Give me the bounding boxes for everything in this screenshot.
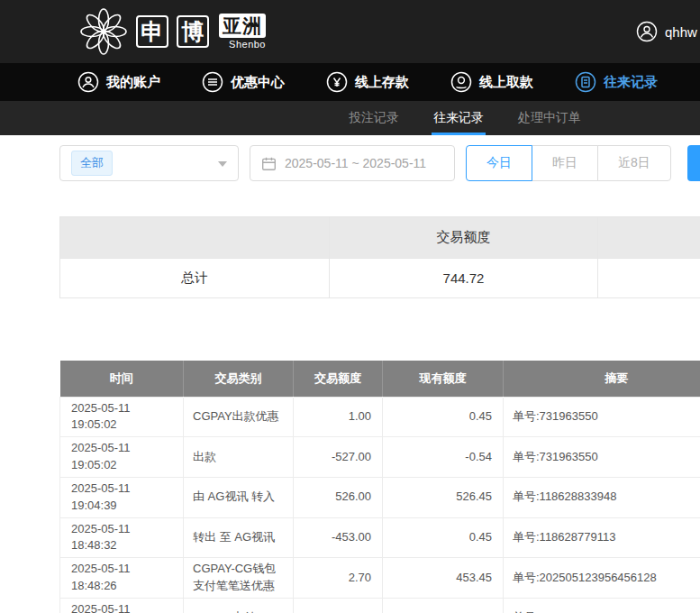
chevron-down-icon (218, 161, 227, 167)
coin-withdraw-icon (450, 71, 472, 93)
type-cell: CGPAY支付 (184, 598, 294, 613)
calendar-icon (261, 156, 277, 171)
coin-stack-icon (202, 71, 223, 93)
summary-total-label: 总计 (60, 259, 330, 298)
nav-item-label: 优惠中心 (231, 74, 285, 91)
summary-total-row: 总计 744.72 (60, 259, 700, 298)
person-icon (77, 71, 99, 93)
column-header-summary: 摘要 (504, 361, 700, 397)
table-row: 2025-05-11 18:48:26 CGPAY-CG钱包支付笔笔送优惠 2.… (60, 558, 700, 599)
amount-cell: -453.00 (294, 517, 383, 558)
tab-transaction-records[interactable]: 往来记录 (432, 101, 486, 135)
nav-item-label: 线上取款 (479, 74, 533, 91)
type-cell: CGPAY-CG钱包支付笔笔送优惠 (184, 558, 294, 599)
nav-item-label: 我的账户 (106, 74, 160, 91)
table-row: 2025-05-11 19:05:02 出款 -527.00 -0.54 单号:… (60, 437, 700, 478)
summary-header-row: 交易额度 (60, 217, 700, 259)
table-row: 2025-05-11 18:48:32 转出 至 AG视讯 -453.00 0.… (60, 517, 700, 558)
summary-cell: 单号:731963550 (504, 397, 700, 437)
page: 申 博 亚洲 Shenbo qhhw 我的账户 (0, 0, 700, 613)
document-icon (575, 71, 596, 93)
summary-table: 交易额度 总计 744.72 (59, 216, 700, 298)
time-cell: 2025-05-11 19:04:39 (60, 477, 184, 517)
nav-item-promotions[interactable]: 优惠中心 (202, 71, 285, 93)
type-select[interactable]: 全部 (59, 145, 239, 181)
tab-label: 投注记录 (349, 110, 399, 126)
summary-cell: 单号:731963550 (504, 437, 700, 478)
coin-deposit-icon (326, 71, 348, 93)
summary-cell: 单号:118628833948 (504, 477, 700, 517)
quick-date-group: 今日 昨日 近8日 (466, 145, 671, 181)
brand-char-shen: 申 (136, 15, 168, 48)
yesterday-button[interactable]: 昨日 (532, 145, 598, 181)
top-bar: 申 博 亚洲 Shenbo qhhw (0, 0, 700, 63)
balance-cell: 0.45 (383, 517, 504, 558)
nav-item-my-account[interactable]: 我的账户 (77, 71, 160, 93)
column-header-type: 交易类别 (184, 361, 294, 397)
summary-blank-cell (598, 259, 700, 298)
summary-total-value: 744.72 (330, 259, 598, 298)
time-cell: 2025-05-11 18:48:26 (60, 558, 184, 599)
brand-subtitle: Shenbo (229, 39, 266, 50)
today-button[interactable]: 今日 (466, 145, 532, 181)
summary-cell: 单号:118628779113 (504, 517, 700, 558)
tab-label: 处理中订单 (518, 110, 581, 126)
nav-item-deposit[interactable]: 线上存款 (326, 71, 409, 93)
nav-item-withdraw[interactable]: 线上取款 (450, 71, 533, 93)
brand-logo[interactable]: 申 博 亚洲 Shenbo (79, 7, 266, 56)
summary-header-blank (60, 217, 330, 259)
main-nav: 我的账户 优惠中心 线上存款 线上取款 (0, 63, 700, 101)
summary-header-amount: 交易额度 (330, 217, 598, 259)
time-cell: 2025-05-11 18:48:26 (60, 598, 184, 613)
time-cell: 2025-05-11 18:48:32 (60, 517, 184, 558)
table-row: 2025-05-11 19:05:02 CGPAY出款优惠 1.00 0.45 … (60, 397, 700, 437)
sub-nav: 投注记录 往来记录 处理中订单 (0, 101, 700, 135)
brand-region: 亚洲 Shenbo (219, 14, 266, 50)
nav-item-transaction-records[interactable]: 往来记录 (575, 71, 658, 93)
column-header-balance: 现有额度 (383, 361, 504, 397)
user-account-chip[interactable]: qhhw (636, 0, 697, 63)
date-range-value: 2025-05-11 ~ 2025-05-11 (285, 156, 426, 170)
time-cell: 2025-05-11 19:05:02 (60, 397, 184, 437)
type-cell: 由 AG视讯 转入 (184, 477, 294, 517)
balance-cell: -0.54 (383, 437, 504, 478)
table-row: 2025-05-11 18:48:26 CGPAY支付 450.00 450.7… (60, 598, 700, 613)
amount-cell: 2.70 (294, 558, 383, 599)
type-cell: 转出 至 AG视讯 (184, 517, 294, 558)
column-header-time: 时间 (60, 361, 184, 397)
column-header-amount: 交易额度 (294, 361, 383, 397)
brand-char-bo: 博 (177, 15, 209, 48)
flower-logo-icon (79, 7, 128, 56)
amount-cell: 526.00 (294, 477, 383, 517)
records-table: 时间 交易类别 交易额度 现有额度 摘要 2025-05-11 19:05:02… (59, 361, 700, 613)
table-row: 2025-05-11 19:04:39 由 AG视讯 转入 526.00 526… (60, 477, 700, 517)
last-8-days-button[interactable]: 近8日 (597, 145, 671, 181)
date-range-input[interactable]: 2025-05-11 ~ 2025-05-11 (250, 145, 455, 181)
type-cell: 出款 (184, 437, 294, 478)
balance-cell: 0.45 (383, 397, 504, 437)
amount-cell: -527.00 (294, 437, 383, 478)
user-avatar-icon (636, 21, 658, 42)
nav-item-label: 往来记录 (604, 74, 658, 91)
tab-label: 往来记录 (433, 110, 484, 126)
query-button[interactable] (687, 145, 700, 181)
type-cell: CGPAY出款优惠 (184, 397, 294, 437)
time-cell: 2025-05-11 19:05:02 (60, 437, 184, 478)
brand-region-label: 亚洲 (219, 14, 266, 38)
summary-cell: 单号:202505123956456128 (504, 598, 700, 613)
balance-cell: 453.45 (383, 558, 504, 599)
username-label: qhhw (665, 24, 697, 40)
balance-cell: 450.75 (383, 598, 504, 613)
tab-bet-records[interactable]: 投注记录 (347, 101, 401, 135)
nav-item-label: 线上存款 (355, 74, 409, 91)
filter-bar: 全部 2025-05-11 ~ 2025-05-11 今日 昨日 近8日 (0, 135, 700, 191)
summary-cell: 单号:202505123956456128 (504, 558, 700, 599)
type-select-value: 全部 (71, 151, 113, 176)
tab-pending-orders[interactable]: 处理中订单 (516, 101, 583, 135)
records-header-row: 时间 交易类别 交易额度 现有额度 摘要 (60, 361, 700, 397)
balance-cell: 526.45 (383, 477, 504, 517)
amount-cell: 1.00 (294, 397, 383, 437)
summary-header-blank (598, 217, 700, 259)
amount-cell: 450.00 (294, 598, 383, 613)
